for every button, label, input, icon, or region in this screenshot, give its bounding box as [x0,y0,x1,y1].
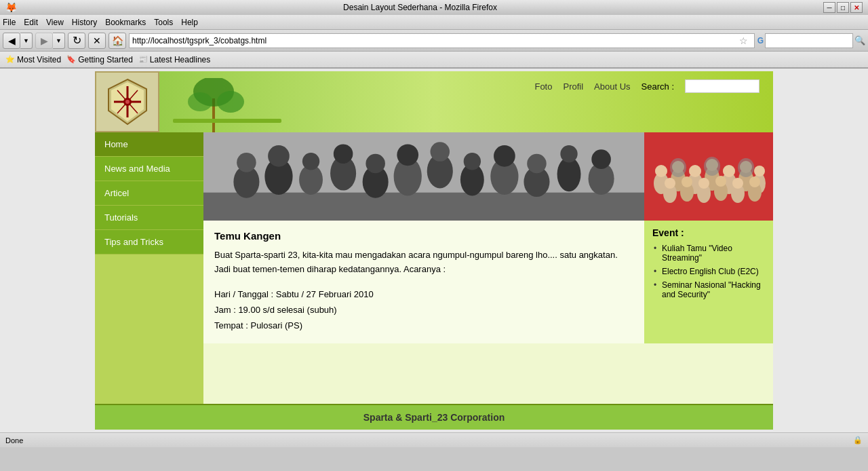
sidebar-item-articel[interactable]: Articel [95,181,203,206]
svg-point-55 [670,158,686,177]
security-icon: 🔒 [853,436,863,445]
address-bar: ☆ [129,33,755,48]
svg-point-69 [749,176,760,187]
forward-button[interactable]: ▶ [35,33,53,49]
svg-point-54 [754,166,765,176]
logo-area [95,71,159,132]
menu-file[interactable]: File [3,18,16,27]
google-icon: G [757,36,764,45]
nav-foto[interactable]: Foto [534,81,552,92]
article-body: Buat Sparta-sparti 23, kita-kita mau men… [214,248,633,277]
reload-button[interactable]: ↻ [68,33,85,49]
website: Foto Profil About Us Search : Home News … [95,71,773,430]
event-panel: Event : Kuliah Tamu "Video Streaming" El… [644,221,773,343]
article-detail: Hari / Tanggal : Sabtu / 27 Februari 201… [214,286,633,334]
detail-line2: Jam : 19.00 s/d selesai (subuh) [214,302,633,318]
url-input[interactable] [132,36,736,45]
svg-point-33 [397,144,418,166]
svg-point-65 [682,176,692,187]
search-label: Search : [642,81,674,92]
event-item-3: Seminar Nasional "Hacking and Security" [652,280,765,299]
header-nav: Foto Profil About Us Search : [534,79,760,93]
main-content-block: Temu Kangen Buat Sparta-sparti 23, kita-… [203,221,644,343]
svg-point-34 [431,142,450,162]
svg-point-11 [188,92,212,111]
nav-profil[interactable]: Profil [563,81,583,92]
article-title: Temu Kangen [214,230,633,242]
back-dropdown[interactable]: ▼ [20,33,33,49]
svg-rect-12 [173,119,281,123]
content-area: Temu Kangen Buat Sparta-sparti 23, kita-… [203,132,773,404]
sidebar-item-news[interactable]: News and Media [95,157,203,181]
bookmark-most-visited[interactable]: ⭐ Most Visited [5,55,61,64]
bookmark-latest-headlines-label: Latest Headlines [150,55,210,64]
minimize-button[interactable]: ─ [823,2,835,13]
svg-point-56 [704,157,720,176]
sidebar-item-tutorials[interactable]: Tutorials [95,206,203,230]
window-title: Desain Layout Sederhana - Mozilla Firefo… [17,3,823,12]
maximize-button[interactable]: □ [837,2,849,13]
article-body-text2: Jadi buat temen-temen diharap kedatangan… [214,264,446,274]
bookmark-getting-started[interactable]: 🔖 Getting Started [66,55,133,64]
footer-text: Sparta & Sparti_23 Corporation [363,412,505,423]
svg-point-67 [715,176,726,187]
menu-bookmarks[interactable]: Bookmarks [105,18,146,27]
firefox-logo-icon: 🦊 [5,2,17,13]
svg-point-30 [302,153,319,170]
nav-about[interactable]: About Us [594,81,630,92]
site-logo-icon [107,78,148,126]
stop-button[interactable]: ✕ [88,33,106,49]
google-search-icon[interactable]: 🔍 [854,35,865,45]
menu-tools[interactable]: Tools [154,18,173,27]
svg-point-31 [334,144,353,164]
forward-dropdown[interactable]: ▼ [53,33,65,49]
back-button[interactable]: ◀ [3,33,20,49]
header-center: Foto Profil About Us Search : [159,71,773,132]
svg-point-64 [665,178,675,189]
most-visited-icon: ⭐ [5,55,15,64]
sidebar-item-tips[interactable]: Tips and Tricks [95,230,203,255]
site-header: Foto Profil About Us Search : [95,71,773,132]
event-list: Kuliah Tamu "Video Streaming" Electro En… [652,244,765,299]
google-search-input[interactable] [765,33,853,48]
menu-help[interactable]: Help [181,18,198,27]
bookmark-star-icon[interactable]: ☆ [736,33,751,48]
getting-started-icon: 🔖 [66,55,76,64]
menu-view[interactable]: View [46,18,64,27]
browser-chrome: 🦊 Desain Layout Sederhana - Mozilla Fire… [0,0,868,69]
bookmark-latest-headlines[interactable]: 📰 Latest Headlines [138,55,210,64]
bookmarks-bar: ⭐ Most Visited 🔖 Getting Started 📰 Lates… [0,52,868,68]
event-title: Event : [652,227,765,238]
menubar: File Edit View History Bookmarks Tools H… [0,15,868,30]
website-wrapper: Foto Profil About Us Search : Home News … [0,69,868,432]
svg-point-37 [527,154,547,174]
svg-point-66 [698,178,709,189]
header-search-input[interactable] [685,79,760,93]
latest-headlines-icon: 📰 [138,55,148,64]
svg-point-38 [560,145,577,162]
titlebar: 🦊 Desain Layout Sederhana - Mozilla Fire… [0,0,868,15]
image-row [203,132,773,221]
main-photo [203,132,644,221]
svg-rect-15 [203,193,644,221]
svg-point-32 [366,154,385,174]
menu-edit[interactable]: Edit [24,18,38,27]
header-tree-icon [173,78,309,132]
menu-history[interactable]: History [72,18,97,27]
sidebar-item-home[interactable]: Home [95,132,203,157]
svg-point-29 [268,145,290,167]
article-body-text1: Buat Sparta-sparti 23, kita-kita mau men… [214,250,618,260]
detail-line3: Tempat : Pulosari (PS) [214,318,633,333]
svg-point-28 [237,153,256,172]
svg-point-36 [494,145,515,167]
side-photo-svg [644,132,773,221]
home-button[interactable]: 🏠 [108,33,126,49]
event-item-2: Electro English Club (E2C) [652,267,765,276]
event-item-1: Kuliah Tamu "Video Streaming" [652,244,765,263]
content-blocks: Temu Kangen Buat Sparta-sparti 23, kita-… [203,221,773,343]
toolbar: ◀ ▼ ▶ ▼ ↻ ✕ 🏠 ☆ G 🔍 [0,30,868,52]
status-text: Done [5,436,23,445]
site-footer: Sparta & Sparti_23 Corporation [95,404,773,430]
close-button[interactable]: ✕ [850,2,863,13]
svg-point-35 [464,153,481,170]
